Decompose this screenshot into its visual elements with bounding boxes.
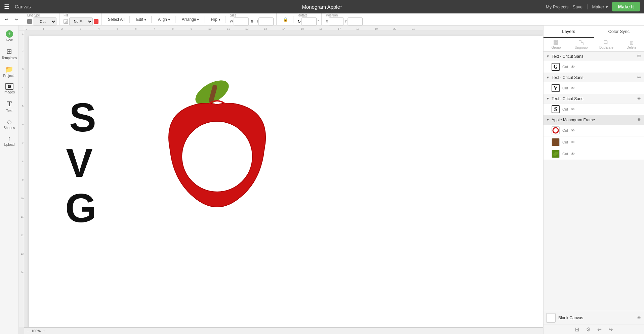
layer-group-text-g[interactable]: ▼ Text - Cricut Sans 👁 — [544, 52, 644, 61]
apple-image[interactable] — [147, 66, 288, 245]
layer-type-v: Cut — [562, 86, 568, 90]
ungroup-button[interactable]: Ungroup — [569, 38, 594, 51]
ruler-top-marks: 0 1 2 3 4 5 6 7 8 9 10 11 12 13 14 15 16… — [24, 26, 543, 31]
linetype-section: Linetype Cut — [27, 13, 59, 26]
linetype-select[interactable]: Cut — [33, 17, 56, 26]
delete-button[interactable]: 🗑 Delete — [619, 38, 644, 51]
undo-redo-section: ↩ ↪ — [3, 16, 23, 23]
undo-button[interactable]: ↩ — [3, 16, 11, 23]
monogram-text-group[interactable]: S V G — [63, 91, 116, 234]
layer-group-text-v[interactable]: ▼ Text - Cricut Sans 👁 — [544, 73, 644, 82]
fill-label: Fill — [64, 13, 98, 17]
layer-group-name-apple: Apple Monogram Frame — [552, 118, 635, 122]
align-section: Align ▾ — [156, 16, 175, 23]
layer-vis-stem[interactable]: 👁 — [571, 140, 575, 145]
group-arrow-g[interactable]: ▼ — [546, 54, 550, 58]
layer-swatch-s[interactable]: S — [552, 105, 560, 113]
lock-section: 🔒 — [281, 16, 293, 23]
layers-list[interactable]: ▼ Text - Cricut Sans 👁 G Cut 👁 ▼ Text - … — [544, 52, 644, 311]
size-arrows-button[interactable]: ⇅ — [249, 19, 255, 24]
sidebar-item-projects[interactable]: 📁 Projects — [1, 63, 18, 80]
y-input[interactable] — [348, 17, 363, 26]
x-input[interactable] — [329, 17, 344, 26]
align-button[interactable]: Align ▾ — [156, 16, 172, 23]
layer-actions-bar: Group Ungroup Duplic — [544, 38, 644, 52]
canvas-tool-settings[interactable]: ⚙ — [586, 326, 591, 333]
layer-swatch-v[interactable]: V — [552, 84, 560, 92]
layer-swatch-leaf[interactable] — [552, 150, 560, 158]
group-arrow-apple[interactable]: ▼ — [546, 118, 550, 122]
position-row: X Y — [326, 17, 362, 26]
layer-group-text-s[interactable]: ▼ Text - Cricut Sans 👁 — [544, 94, 644, 103]
visibility-s[interactable]: 👁 — [637, 96, 641, 101]
fill-section: Fill No Fill — [64, 13, 102, 26]
blank-canvas-visibility[interactable]: 👁 — [637, 316, 641, 321]
height-input[interactable] — [258, 17, 274, 26]
canvas-white[interactable]: S V G — [29, 36, 543, 327]
layer-item-leaf[interactable]: Cut 👁 — [544, 148, 644, 160]
upload-icon: ↑ — [8, 135, 11, 142]
layer-item-v[interactable]: V Cut 👁 — [544, 82, 644, 94]
sidebar-item-shapes[interactable]: ◇ Shapes — [1, 116, 18, 132]
redo-button[interactable]: ↪ — [12, 16, 20, 23]
maker-button[interactable]: Maker ▾ — [592, 4, 608, 9]
group-arrow-s[interactable]: ▼ — [546, 97, 550, 100]
zoom-out-button[interactable]: − — [27, 329, 29, 333]
tab-color-sync[interactable]: Color Sync — [594, 26, 644, 38]
zoom-in-button[interactable]: + — [43, 329, 45, 333]
sidebar-shapes-label: Shapes — [4, 126, 15, 130]
my-projects-link[interactable]: My Projects — [546, 4, 569, 9]
fill-select[interactable]: No Fill — [69, 17, 93, 26]
svg-point-7 — [553, 128, 558, 133]
layer-group-name-s: Text - Cricut Sans — [552, 96, 635, 101]
group-button[interactable]: Group — [544, 38, 569, 51]
edit-button[interactable]: Edit ▾ — [134, 16, 149, 23]
tab-layers[interactable]: Layers — [544, 26, 594, 38]
layer-vis-s[interactable]: 👁 — [571, 107, 575, 112]
layer-item-apple-ring[interactable]: Cut 👁 — [544, 125, 644, 136]
ruler-corner — [19, 26, 24, 31]
canvas-tools-row: ⊞ ⚙ ↩ ↪ — [544, 325, 644, 334]
hamburger-menu[interactable]: ☰ — [4, 3, 9, 10]
layer-vis-leaf[interactable]: 👁 — [571, 152, 575, 157]
canvas-tool-undo[interactable]: ↩ — [597, 326, 602, 333]
main-layout: + New ⊞ Templates 📁 Projects 🖼 Images T … — [0, 26, 644, 334]
layer-item-g[interactable]: G Cut 👁 — [544, 61, 644, 73]
svg-text:G: G — [65, 185, 96, 231]
rotate-input[interactable] — [301, 17, 317, 26]
canvas-tool-grid[interactable]: ⊞ — [575, 326, 579, 333]
sidebar-item-images[interactable]: 🖼 Images — [1, 81, 18, 96]
canvas-area[interactable]: 0 1 2 3 4 5 6 7 8 9 10 11 12 13 14 15 16… — [19, 26, 543, 334]
svg-point-9 — [553, 151, 559, 157]
layer-item-stem[interactable]: Cut 👁 — [544, 136, 644, 148]
sidebar-item-new[interactable]: + New — [1, 28, 18, 44]
visibility-g[interactable]: 👁 — [637, 54, 641, 59]
group-arrow-v[interactable]: ▼ — [546, 76, 550, 79]
arrange-button[interactable]: Arrange ▾ — [179, 16, 202, 23]
flip-button[interactable]: Flip ▾ — [208, 16, 223, 23]
canvas-tool-redo[interactable]: ↪ — [608, 326, 613, 333]
layer-item-s[interactable]: S Cut 👁 — [544, 103, 644, 115]
layer-group-apple[interactable]: ▼ Apple Monogram Frame 👁 — [544, 115, 644, 125]
make-it-button[interactable]: Make It — [612, 2, 640, 11]
sidebar-item-upload[interactable]: ↑ Upload — [1, 133, 18, 149]
visibility-apple[interactable]: 👁 — [637, 117, 641, 122]
sidebar-item-templates[interactable]: ⊞ Templates — [1, 45, 18, 62]
sidebar-item-text[interactable]: T Text — [1, 97, 18, 115]
save-link[interactable]: Save — [573, 4, 583, 9]
visibility-v[interactable]: 👁 — [637, 75, 641, 80]
layer-vis-apple-ring[interactable]: 👁 — [571, 128, 575, 133]
layer-vis-v[interactable]: 👁 — [571, 86, 575, 91]
layer-swatch-g[interactable]: G — [552, 63, 560, 71]
select-all-button[interactable]: Select All — [106, 16, 127, 23]
layer-swatch-apple-ring[interactable] — [552, 126, 560, 134]
top-navigation: ☰ Canvas Monogram Apple* My Projects Sav… — [0, 0, 644, 13]
duplicate-button[interactable]: Duplicate — [594, 38, 619, 51]
blank-canvas-swatch[interactable] — [546, 313, 556, 323]
rotate-row: ↻ ° — [297, 17, 319, 26]
layer-vis-g[interactable]: 👁 — [571, 65, 575, 70]
layer-letter-v: V — [554, 85, 558, 91]
width-input[interactable] — [234, 17, 249, 26]
layer-swatch-stem[interactable] — [552, 138, 560, 146]
lock-button[interactable]: 🔒 — [281, 16, 290, 23]
